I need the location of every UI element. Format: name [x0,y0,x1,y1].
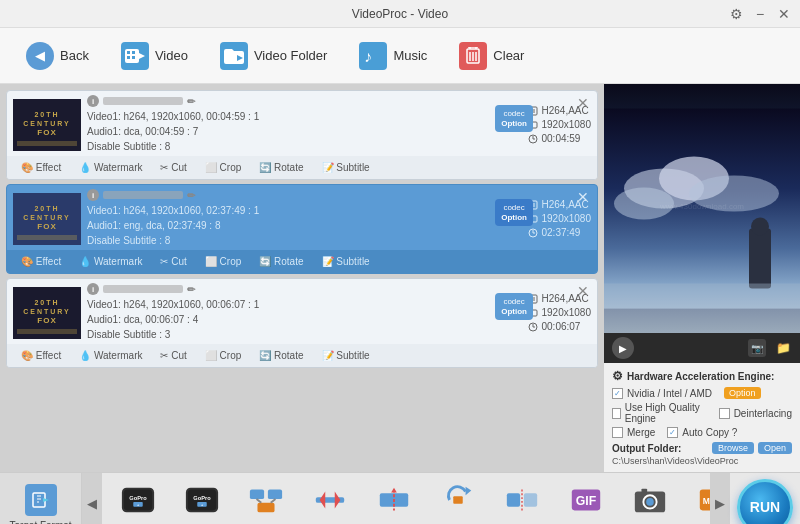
tool-item-deshake[interactable]: GoPro+ Deshake [108,477,168,524]
file-item[interactable]: 20TH CENTURY FOX i ✏ Video1: h264, 1920x… [6,278,598,368]
tool-icon: GoPro+ [119,481,157,519]
settings-row-1: Nvidia / Intel / AMD Option [612,387,792,399]
merge-checkbox[interactable] [612,427,623,438]
file-name: i ✏ [87,95,518,107]
settings-button[interactable]: ⚙ [728,6,744,22]
video-button[interactable]: Video [107,36,202,76]
close-file-button[interactable]: ✕ [577,283,589,299]
svg-line-82 [271,499,276,503]
action-btn-crop[interactable]: ⬜ Crop [197,253,249,270]
nvidia-checkbox[interactable] [612,388,623,399]
play-button[interactable]: ▶ [612,337,634,359]
svg-rect-79 [268,490,282,499]
svg-rect-2 [127,51,130,54]
action-btn-subtitle[interactable]: 📝 Subtitle [314,347,378,364]
action-btn-effect[interactable]: 🎨 Effect [13,253,69,270]
file-name: i ✏ [87,283,518,295]
action-btn-effect[interactable]: 🎨 Effect [13,159,69,176]
scroll-right-button[interactable]: ▶ [710,473,730,524]
action-btn-rotate[interactable]: 🔄 Rotate [251,159,311,176]
tool-item-mirror---flip[interactable]: Mirror & Flip [492,477,552,524]
edit-icon[interactable]: ✏ [187,284,195,295]
tool-item-split[interactable]: Split [364,477,424,524]
toolbar: ◀ Back Video Video Folder ♪ Music Clear [0,28,800,84]
high-quality-checkbox[interactable] [612,408,621,419]
run-button[interactable]: RUN [737,479,793,524]
codec-button[interactable]: codec Option [495,199,533,226]
action-bar: 🎨 Effect 💧 Watermark ✂ Cut ⬜ Crop 🔄 Rota… [7,250,597,273]
music-button[interactable]: ♪ Music [345,36,441,76]
settings-panel: ⚙ Hardware Acceleration Engine: Nvidia /… [604,363,800,472]
svg-text:CENTURY: CENTURY [23,308,71,315]
title-bar: VideoProc - Video ⚙ − ✕ [0,0,800,28]
tool-item-rotate[interactable]: Rotate [428,477,488,524]
tool-item-snapshot[interactable]: Snapshot [620,477,680,524]
close-file-button[interactable]: ✕ [577,189,589,205]
action-btn-subtitle[interactable]: 📝 Subtitle [314,253,378,270]
camera-button[interactable]: 📷 [748,339,766,357]
target-format-button[interactable]: Target Format [0,473,82,524]
open-button[interactable]: Open [758,442,792,454]
action-btn-subtitle[interactable]: 📝 Subtitle [314,159,378,176]
tool-item-denoise[interactable]: GoPro+ Denoise [172,477,232,524]
codec-button[interactable]: codec Option [495,105,533,132]
video-icon [121,42,149,70]
file-detail: Video1: h264, 1920x1060, 00:06:07 : 1 Au… [87,297,518,342]
clear-icon [459,42,487,70]
auto-copy-checkbox[interactable] [667,427,678,438]
folder-icon [220,42,248,70]
tool-item-gif[interactable]: GIF GIF [556,477,616,524]
resolution-meta: 1920x1080 [528,119,592,130]
action-btn-cut[interactable]: ✂ Cut [152,347,194,364]
tool-item-trim[interactable]: Trim [300,477,360,524]
action-btn-rotate[interactable]: 🔄 Rotate [251,347,311,364]
svg-text:www.430download.com: www.430download.com [659,202,744,211]
svg-rect-48 [17,329,77,334]
duration-meta: 00:06:07 [528,321,592,332]
close-file-button[interactable]: ✕ [577,95,589,111]
file-item[interactable]: 20TH CENTURY FOX i ✏ Video1: h264, 1920x… [6,90,598,180]
browse-button[interactable]: Browse [712,442,754,454]
svg-marker-85 [335,491,341,508]
file-info: i ✏ Video1: h264, 1920x1060, 02:37:49 : … [87,189,518,248]
back-button[interactable]: ◀ Back [12,36,103,76]
action-btn-watermark[interactable]: 💧 Watermark [71,159,150,176]
action-btn-cut[interactable]: ✂ Cut [152,159,194,176]
codec-button[interactable]: codec Option [495,293,533,320]
svg-rect-80 [257,503,274,512]
action-btn-cut[interactable]: ✂ Cut [152,253,194,270]
action-btn-crop[interactable]: ⬜ Crop [197,347,249,364]
file-thumbnail: 20TH CENTURY FOX [13,99,81,151]
svg-marker-89 [466,487,472,496]
svg-rect-90 [453,496,462,504]
svg-rect-20 [17,141,77,146]
close-button[interactable]: ✕ [776,6,792,22]
merge-setting: Merge [612,427,655,438]
tool-item-merge[interactable]: Merge [236,477,296,524]
output-folder-label: Output Folder: Browse Open [612,442,792,454]
high-quality-setting: Use High Quality Engine [612,402,707,424]
scroll-left-button[interactable]: ◀ [82,473,102,524]
preview-folder-button[interactable]: 📁 [774,339,792,357]
deinterlacing-checkbox[interactable] [719,408,730,419]
edit-icon[interactable]: ✏ [187,190,195,201]
svg-rect-5 [132,56,135,59]
clear-button[interactable]: Clear [445,36,538,76]
option-button[interactable]: Option [724,387,761,399]
svg-rect-92 [524,493,537,506]
action-btn-rotate[interactable]: 🔄 Rotate [251,253,311,270]
action-btn-watermark[interactable]: 💧 Watermark [71,253,150,270]
tool-icon [439,481,477,519]
tool-item-m3u8[interactable]: M3U8 M3U8 [684,477,710,524]
video-folder-button[interactable]: Video Folder [206,36,341,76]
action-btn-watermark[interactable]: 💧 Watermark [71,347,150,364]
duration-meta: 02:37:49 [528,227,592,238]
minimize-button[interactable]: − [752,6,768,22]
action-btn-crop[interactable]: ⬜ Crop [197,159,249,176]
preview-controls: ▶ 📷 📁 [604,333,800,363]
edit-icon[interactable]: ✏ [187,96,195,107]
settings-row-3: Merge Auto Copy ? [612,427,792,438]
action-btn-effect[interactable]: 🎨 Effect [13,347,69,364]
file-item[interactable]: 20TH CENTURY FOX i ✏ Video1: h264, 1920x… [6,184,598,274]
folder-path: C:\Users\han\Videos\VideoProc [612,456,792,466]
